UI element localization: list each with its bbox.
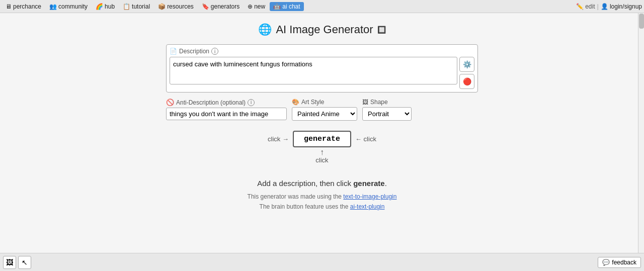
community-icon: 👥 [49, 3, 57, 10]
nav-ai-chat[interactable]: 🤖 ai chat [270, 2, 303, 11]
shape-select[interactable]: Portrait Landscape Square [362, 107, 412, 121]
description-label-text: Description [179, 48, 209, 55]
down-arrow-icon: ↑ [320, 148, 324, 156]
nav-ai-chat-label: ai chat [282, 3, 300, 10]
click-below-area: ↑ click [315, 148, 328, 164]
art-style-select[interactable]: None Painted Anime Photorealistic Oil Pa… [292, 107, 357, 121]
nav-hub-label: hub [105, 3, 115, 10]
hub-icon: 🌈 [96, 3, 103, 10]
description-section: 📄 Description i ⚙️ 🔴 [166, 44, 478, 93]
options-row: 🚫 Anti-Description (optional) i 🎨 Art St… [166, 99, 478, 121]
nav-community[interactable]: 👥 community [46, 2, 91, 11]
ai-text-link[interactable]: ai-text-plugin [350, 203, 385, 210]
resources-icon: 📦 [158, 3, 166, 10]
info-generate-bold: generate [353, 179, 385, 188]
login-icon: 👤 [601, 3, 608, 10]
info-sub1-text: This generator was made using the [248, 193, 342, 200]
edit-label: edit [585, 3, 595, 10]
info-period: . [385, 179, 387, 188]
description-input[interactable] [170, 57, 457, 84]
nav-new-label: new [254, 3, 265, 10]
anti-description-input[interactable] [166, 108, 287, 120]
art-style-icon: 🎨 [292, 99, 299, 106]
edit-icon: ✏️ [576, 3, 584, 10]
scrollbar-thumb[interactable] [639, 14, 644, 29]
info-main-text: Add a description, then click [257, 179, 351, 188]
click-right-text: ← click [355, 135, 376, 143]
anti-desc-info-icon[interactable]: i [248, 99, 255, 106]
new-icon: ⊕ [248, 3, 253, 10]
nav-generators[interactable]: 🔖 generators [198, 2, 243, 11]
art-style-label-text: Art Style [301, 99, 324, 106]
bottom-bar: 🖼 ↖ 💬 feedback [0, 253, 644, 271]
anti-desc-icon: 🚫 [166, 99, 174, 106]
nav-perchance-label: perchance [13, 3, 41, 10]
clear-button[interactable]: 🔴 [459, 74, 474, 89]
info-sub: This generator was made using the text-t… [248, 192, 397, 212]
info-sub2-text: The brain button feature uses the [260, 203, 349, 210]
cursor-icon: ↖ [22, 258, 28, 266]
desc-buttons: ⚙️ 🔴 [459, 57, 474, 89]
globe-icon: 🌐 [258, 23, 272, 36]
feedback-chat-icon: 💬 [602, 259, 610, 266]
description-info-icon[interactable]: i [211, 48, 218, 55]
brain-button[interactable]: ⚙️ [459, 57, 474, 72]
nav-hub[interactable]: 🌈 hub [92, 2, 118, 11]
clear-icon: 🔴 [463, 77, 471, 85]
feedback-button[interactable]: 💬 feedback [598, 257, 641, 268]
click-below-text: click [315, 156, 328, 164]
nav-generators-label: generators [211, 3, 239, 10]
login-link[interactable]: 👤 login/signup [601, 3, 642, 10]
anti-desc-label-text: Anti-Description (optional) [176, 99, 246, 106]
scrollbar[interactable] [638, 13, 644, 271]
nav-resources-label: resources [167, 3, 194, 10]
nav-resources[interactable]: 📦 resources [154, 2, 197, 11]
shape-icon: 🖼 [362, 99, 368, 106]
anti-description-group: 🚫 Anti-Description (optional) i [166, 99, 287, 120]
nav-tutorial-label: tutorial [132, 3, 150, 10]
art-style-label-row: 🎨 Art Style [292, 99, 357, 106]
doc-icon: 📄 [170, 48, 177, 55]
login-label: login/signup [610, 3, 642, 10]
generate-section: click → generate ← click ↑ click [268, 131, 376, 164]
shape-group: 🖼 Shape Portrait Landscape Square [362, 99, 412, 121]
generate-button[interactable]: generate [293, 131, 351, 147]
info-section: Add a description, then click generate. … [248, 179, 397, 212]
nav-community-label: community [58, 3, 88, 10]
tutorial-icon: 📋 [123, 3, 130, 10]
nav-right: ✏️ edit | 👤 login/signup [576, 3, 642, 10]
shape-label-row: 🖼 Shape [362, 99, 412, 106]
generate-row: click → generate ← click [268, 131, 376, 147]
desc-inner: ⚙️ 🔴 [170, 57, 474, 89]
nav-tutorial[interactable]: 📋 tutorial [119, 2, 153, 11]
feedback-label: feedback [612, 259, 636, 266]
bottom-icon-btn-2[interactable]: ↖ [18, 256, 31, 269]
ai-chat-icon: 🤖 [273, 3, 281, 10]
edit-link[interactable]: ✏️ edit [576, 3, 595, 10]
info-title: Add a description, then click generate. [248, 179, 397, 188]
click-left-text: click → [268, 135, 289, 143]
generators-icon: 🔖 [202, 3, 209, 10]
bottom-icon-btn-1[interactable]: 🖼 [3, 256, 16, 269]
nav-new[interactable]: ⊕ new [244, 2, 269, 11]
description-label-row: 📄 Description i [170, 48, 474, 55]
art-style-group: 🎨 Art Style None Painted Anime Photoreal… [292, 99, 357, 121]
page-title-text: AI Image Generator [276, 23, 373, 36]
nav-divider: | [597, 3, 599, 10]
navbar: 🖥 perchance 👥 community 🌈 hub 📋 tutorial… [0, 0, 644, 13]
page-title: 🌐 AI Image Generator 🔲 [258, 23, 385, 36]
anti-description-label-row: 🚫 Anti-Description (optional) i [166, 99, 287, 106]
image-icon: 🖼 [6, 258, 13, 266]
perchance-icon: 🖥 [6, 3, 12, 10]
shape-label-text: Shape [370, 99, 388, 106]
brain-icon: ⚙️ [463, 60, 471, 68]
settings-icon: 🔲 [377, 26, 386, 34]
main-content: 🌐 AI Image Generator 🔲 📄 Description i ⚙… [0, 13, 644, 271]
text-to-image-link[interactable]: text-to-image-plugin [343, 193, 396, 200]
nav-perchance[interactable]: 🖥 perchance [2, 2, 45, 11]
